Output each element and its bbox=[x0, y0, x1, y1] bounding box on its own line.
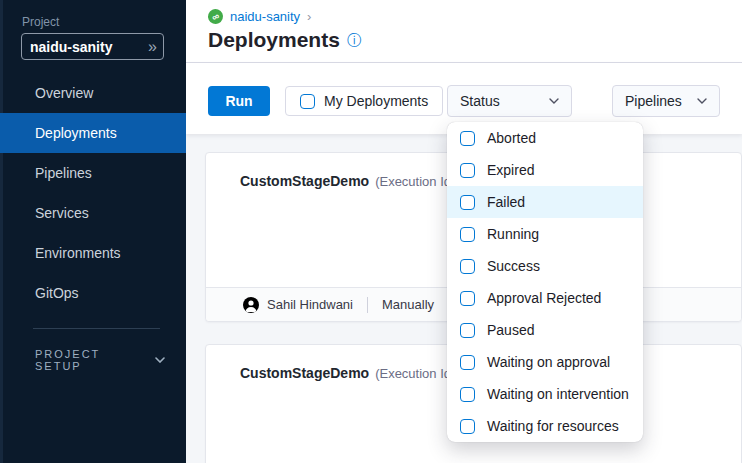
sidebar-item-deployments[interactable]: Deployments bbox=[0, 113, 186, 153]
checkbox-icon[interactable] bbox=[460, 163, 475, 178]
project-picker-value[interactable]: naidu-sanity bbox=[30, 39, 148, 55]
breadcrumb-chevron-icon: › bbox=[307, 9, 311, 24]
sidebar-item-label: Deployments bbox=[35, 125, 117, 141]
execution-id: (Execution Id bbox=[375, 174, 451, 189]
checkbox-icon[interactable] bbox=[460, 355, 475, 370]
checkbox-icon[interactable] bbox=[460, 387, 475, 402]
sidebar-item-label: Pipelines bbox=[35, 165, 92, 181]
sidebar-item-environments[interactable]: Environments bbox=[0, 233, 186, 273]
checkbox-icon[interactable] bbox=[460, 131, 475, 146]
pipelines-filter-dropdown[interactable]: Pipelines bbox=[612, 85, 720, 117]
sidebar-item-label: Overview bbox=[35, 85, 93, 101]
sidebar-nav: Overview Deployments Pipelines Services … bbox=[0, 73, 186, 313]
sidebar-divider bbox=[33, 328, 160, 329]
status-option-label: Waiting on approval bbox=[487, 354, 610, 370]
avatar bbox=[243, 297, 259, 313]
trigger-type: Manually bbox=[382, 297, 434, 312]
run-button[interactable]: Run bbox=[208, 86, 270, 116]
breadcrumb-project-link[interactable]: naidu-sanity bbox=[230, 9, 300, 24]
status-option-label: Paused bbox=[487, 322, 534, 338]
pipelines-filter-label: Pipelines bbox=[625, 93, 682, 109]
pipeline-name[interactable]: CustomStageDemo bbox=[240, 173, 369, 189]
pipeline-name[interactable]: CustomStageDemo bbox=[240, 365, 369, 381]
status-option-label: Failed bbox=[487, 194, 525, 210]
checkbox-icon[interactable] bbox=[460, 259, 475, 274]
cd-module-icon: ∞ bbox=[206, 7, 226, 27]
status-option-success[interactable]: Success bbox=[447, 250, 643, 282]
sidebar-item-label: Environments bbox=[35, 245, 121, 261]
page-title: Deployments bbox=[208, 28, 340, 52]
status-option-waiting-on-intervention[interactable]: Waiting on intervention bbox=[447, 378, 643, 410]
status-option-label: Expired bbox=[487, 162, 534, 178]
status-option-aborted[interactable]: Aborted bbox=[447, 122, 643, 154]
status-option-approval-rejected[interactable]: Approval Rejected bbox=[447, 282, 643, 314]
my-deployments-label: My Deployments bbox=[324, 93, 428, 109]
project-sidebar: Project naidu-sanity » Overview Deployme… bbox=[0, 0, 186, 463]
status-option-failed[interactable]: Failed bbox=[447, 186, 643, 218]
status-filter-dropdown[interactable]: Status bbox=[447, 85, 572, 117]
status-option-label: Success bbox=[487, 258, 540, 274]
sidebar-item-gitops[interactable]: GitOps bbox=[0, 273, 186, 313]
status-filter-menu: Aborted Expired Failed Running Success A… bbox=[447, 122, 643, 442]
sidebar-item-pipelines[interactable]: Pipelines bbox=[0, 153, 186, 193]
status-option-paused[interactable]: Paused bbox=[447, 314, 643, 346]
chevron-down-icon bbox=[155, 357, 165, 363]
project-setup-toggle[interactable]: PROJECT SETUP bbox=[35, 348, 165, 372]
status-filter-label: Status bbox=[460, 93, 500, 109]
status-option-label: Approval Rejected bbox=[487, 290, 601, 306]
status-option-waiting-for-resources[interactable]: Waiting for resources bbox=[447, 410, 643, 442]
breadcrumb: ∞ naidu-sanity › bbox=[208, 9, 311, 24]
app-window: Project naidu-sanity » Overview Deployme… bbox=[0, 0, 742, 463]
checkbox-icon[interactable] bbox=[460, 419, 475, 434]
footer-divider bbox=[367, 297, 368, 313]
status-option-expired[interactable]: Expired bbox=[447, 154, 643, 186]
execution-id: (Execution Id bbox=[375, 366, 451, 381]
checkbox-icon[interactable] bbox=[300, 94, 315, 109]
sidebar-item-label: GitOps bbox=[35, 285, 79, 301]
status-option-waiting-on-approval[interactable]: Waiting on approval bbox=[447, 346, 643, 378]
info-icon[interactable]: ⓘ bbox=[347, 33, 361, 47]
trigger-user: Sahil Hindwani bbox=[267, 297, 353, 312]
project-label: Project bbox=[22, 15, 59, 29]
checkbox-icon[interactable] bbox=[460, 291, 475, 306]
project-picker[interactable]: naidu-sanity » bbox=[21, 33, 164, 60]
status-option-running[interactable]: Running bbox=[447, 218, 643, 250]
chevron-down-icon bbox=[549, 98, 559, 104]
expand-project-icon[interactable]: » bbox=[148, 39, 155, 55]
status-option-label: Aborted bbox=[487, 130, 536, 146]
page-header: ∞ naidu-sanity › Deployments ⓘ bbox=[186, 0, 742, 63]
sidebar-item-label: Services bbox=[35, 205, 89, 221]
status-option-label: Running bbox=[487, 226, 539, 242]
status-option-label: Waiting for resources bbox=[487, 418, 619, 434]
chevron-down-icon bbox=[697, 98, 707, 104]
project-setup-label: PROJECT SETUP bbox=[35, 348, 141, 372]
checkbox-icon[interactable] bbox=[460, 227, 475, 242]
my-deployments-filter[interactable]: My Deployments bbox=[285, 86, 443, 116]
status-option-label: Waiting on intervention bbox=[487, 386, 629, 402]
sidebar-item-services[interactable]: Services bbox=[0, 193, 186, 233]
checkbox-icon[interactable] bbox=[460, 195, 475, 210]
sidebar-item-overview[interactable]: Overview bbox=[0, 73, 186, 113]
checkbox-icon[interactable] bbox=[460, 323, 475, 338]
